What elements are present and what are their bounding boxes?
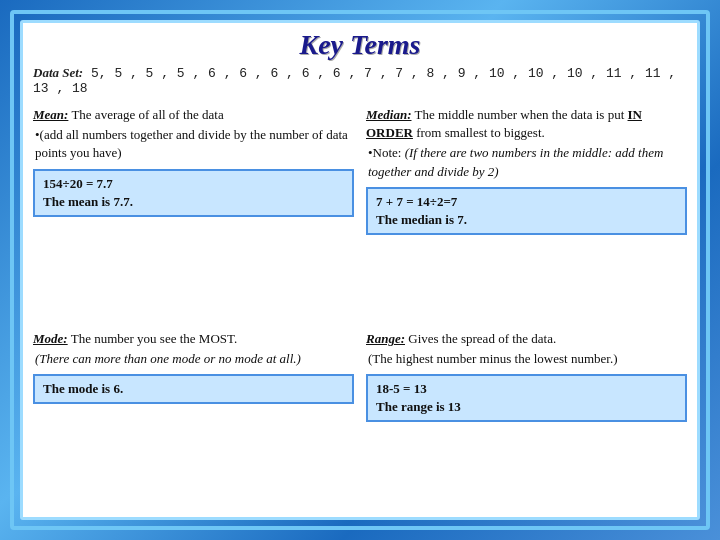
range-def: Gives the spread of the data. — [408, 331, 556, 346]
range-result-box: 18-5 = 13 The range is 13 — [366, 374, 687, 422]
range-result: The range is 13 — [376, 398, 677, 416]
dataset-label: Data Set: — [33, 65, 83, 80]
mean-result: The mean is 7.7. — [43, 193, 344, 211]
mode-title: Mode: — [33, 331, 68, 346]
dataset-values: 5, 5 , 5 , 5 , 6 , 6 , 6 , 6 , 6 , 7 , 7… — [33, 66, 676, 96]
mode-intro: Mode: The number you see the MOST. — [33, 330, 354, 348]
range-section: Range: Gives the spread of the data. (Th… — [366, 328, 687, 509]
median-calculation: 7 + 7 = 14÷2=7 — [376, 193, 677, 211]
mean-bullet: •(add all numbers together and divide by… — [35, 126, 354, 162]
mode-bullet-text: (There can more than one mode or no mode… — [35, 351, 301, 366]
median-section: Median: The middle number when the data … — [366, 104, 687, 322]
median-def2: from smallest to biggest. — [416, 125, 545, 140]
mean-def: The average of all of the data — [71, 107, 223, 122]
mean-bullet-text: •(add all numbers together and divide by… — [35, 127, 348, 160]
mode-def: The number you see the MOST. — [71, 331, 238, 346]
mode-result-box: The mode is 6. — [33, 374, 354, 404]
dataset-line: Data Set: 5, 5 , 5 , 5 , 6 , 6 , 6 , 6 ,… — [33, 65, 687, 96]
outer-border: Key Terms Data Set: 5, 5 , 5 , 5 , 6 , 6… — [10, 10, 710, 530]
range-bullet-text: (The highest number minus the lowest num… — [368, 351, 617, 366]
range-bullet: (The highest number minus the lowest num… — [368, 350, 687, 368]
mode-section: Mode: The number you see the MOST. (Ther… — [33, 328, 354, 509]
median-result-box: 7 + 7 = 14÷2=7 The median is 7. — [366, 187, 687, 235]
mean-title: Mean: — [33, 107, 68, 122]
median-title: Median: — [366, 107, 412, 122]
range-title: Range: — [366, 331, 405, 346]
median-note: •Note: (If there are two numbers in the … — [368, 144, 687, 180]
content-box: Key Terms Data Set: 5, 5 , 5 , 5 , 6 , 6… — [20, 20, 700, 520]
mean-result-box: 154÷20 = 7.7 The mean is 7.7. — [33, 169, 354, 217]
median-intro: Median: The middle number when the data … — [366, 106, 687, 142]
mean-intro: Mean: The average of all of the data — [33, 106, 354, 124]
median-def1: The middle number when the data is put — [415, 107, 628, 122]
mode-result: The mode is 6. — [43, 380, 344, 398]
range-intro: Range: Gives the spread of the data. — [366, 330, 687, 348]
content-grid: Mean: The average of all of the data •(a… — [33, 104, 687, 509]
page-title: Key Terms — [33, 29, 687, 61]
median-note-label: •Note: (If there are two numbers in the … — [368, 145, 663, 178]
mean-section: Mean: The average of all of the data •(a… — [33, 104, 354, 322]
mode-bullet: (There can more than one mode or no mode… — [35, 350, 354, 368]
range-calculation: 18-5 = 13 — [376, 380, 677, 398]
median-result: The median is 7. — [376, 211, 677, 229]
mean-calculation: 154÷20 = 7.7 — [43, 175, 344, 193]
